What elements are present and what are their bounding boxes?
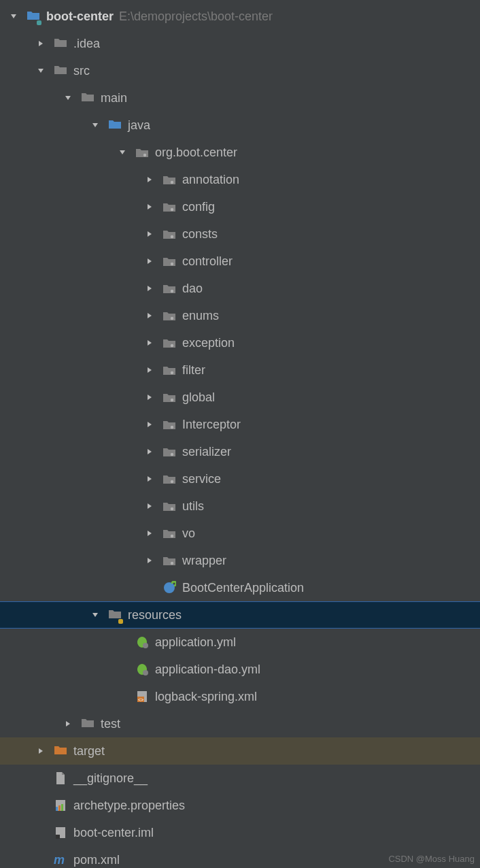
file-icon bbox=[53, 771, 68, 786]
tree-item-label: BootCenterApplication bbox=[182, 581, 304, 595]
tree-row[interactable]: exception bbox=[0, 329, 480, 356]
svg-point-12 bbox=[171, 480, 173, 483]
tree-row[interactable]: Interceptor bbox=[0, 411, 480, 438]
chevron-right-icon[interactable] bbox=[143, 257, 156, 265]
svg-point-10 bbox=[171, 426, 173, 429]
chevron-right-icon[interactable] bbox=[143, 502, 156, 510]
tree-row[interactable]: annotation bbox=[0, 166, 480, 193]
tree-row[interactable]: boot-centerE:\demoprojects\boot-center bbox=[0, 3, 480, 30]
tree-row[interactable]: dao bbox=[0, 275, 480, 302]
maven-icon: m bbox=[53, 852, 68, 867]
tree-item-label: application-dao.yml bbox=[155, 663, 260, 677]
svg-text:<>: <> bbox=[138, 697, 143, 702]
chevron-right-icon[interactable] bbox=[143, 475, 156, 483]
svg-point-9 bbox=[171, 399, 173, 401]
tree-row[interactable]: wrapper bbox=[0, 547, 480, 574]
tree-item-label: config bbox=[182, 200, 215, 214]
tree-row[interactable]: filter bbox=[0, 356, 480, 384]
xml-icon: <> bbox=[135, 689, 150, 704]
chevron-down-icon[interactable] bbox=[88, 121, 102, 129]
package-icon bbox=[135, 145, 150, 160]
chevron-down-icon[interactable] bbox=[88, 611, 102, 619]
chevron-right-icon[interactable] bbox=[143, 230, 156, 238]
tree-row[interactable]: main bbox=[0, 84, 480, 112]
chevron-right-icon[interactable] bbox=[143, 284, 156, 293]
tree-row[interactable]: <>logback-spring.xml bbox=[0, 683, 480, 710]
tree-row[interactable]: controller bbox=[0, 248, 480, 275]
tree-item-label: global bbox=[182, 390, 215, 405]
folder-icon bbox=[53, 63, 68, 78]
tree-item-label: src bbox=[73, 64, 90, 78]
chevron-down-icon[interactable] bbox=[7, 12, 20, 20]
tree-row[interactable]: enums bbox=[0, 302, 480, 329]
tree-row[interactable]: test bbox=[0, 710, 480, 737]
tree-row[interactable]: resources bbox=[0, 601, 480, 629]
tree-row[interactable]: java bbox=[0, 112, 480, 139]
svg-rect-23 bbox=[56, 807, 58, 811]
chevron-down-icon[interactable] bbox=[61, 94, 75, 102]
tree-row[interactable]: utils bbox=[0, 493, 480, 520]
chevron-down-icon[interactable] bbox=[116, 148, 129, 156]
tree-row[interactable]: boot-center.iml bbox=[0, 819, 480, 846]
package-icon bbox=[162, 553, 177, 568]
tree-row[interactable]: config bbox=[0, 193, 480, 220]
chevron-right-icon[interactable] bbox=[34, 39, 48, 48]
chevron-right-icon[interactable] bbox=[143, 176, 156, 184]
tree-item-label: wrapper bbox=[182, 554, 226, 568]
tree-item-label: application.yml bbox=[155, 635, 236, 650]
tree-row[interactable]: org.boot.center bbox=[0, 139, 480, 166]
tree-row[interactable]: serializer bbox=[0, 438, 480, 465]
tree-item-label: consts bbox=[182, 227, 218, 241]
package-icon bbox=[162, 254, 177, 269]
chevron-right-icon[interactable] bbox=[143, 448, 156, 456]
tree-row[interactable]: __gitignore__ bbox=[0, 765, 480, 792]
spring-yml-icon bbox=[135, 635, 150, 650]
chevron-right-icon[interactable] bbox=[143, 529, 156, 537]
svg-rect-25 bbox=[61, 804, 63, 811]
tree-item-label: org.boot.center bbox=[155, 146, 237, 160]
tree-item-label: target bbox=[73, 744, 105, 758]
chevron-right-icon[interactable] bbox=[143, 366, 156, 374]
chevron-right-icon[interactable] bbox=[143, 420, 156, 429]
tree-item-label: filter bbox=[182, 363, 205, 378]
package-icon bbox=[162, 227, 177, 241]
tree-row[interactable]: src bbox=[0, 57, 480, 84]
chevron-right-icon[interactable] bbox=[143, 312, 156, 320]
package-icon bbox=[162, 363, 177, 378]
tree-item-label: boot-center bbox=[46, 10, 114, 24]
package-icon bbox=[162, 444, 177, 459]
chevron-right-icon[interactable] bbox=[61, 720, 75, 728]
svg-point-5 bbox=[171, 290, 173, 293]
tree-row[interactable]: BootCenterApplication bbox=[0, 574, 480, 601]
tree-item-label: boot-center.iml bbox=[73, 826, 154, 840]
tree-item-label: Interceptor bbox=[182, 418, 241, 432]
svg-point-8 bbox=[171, 371, 173, 374]
tree-item-path: E:\demoprojects\boot-center bbox=[119, 10, 273, 24]
tree-row[interactable]: application.yml bbox=[0, 629, 480, 656]
tree-row[interactable]: global bbox=[0, 384, 480, 411]
package-icon bbox=[162, 199, 177, 214]
chevron-right-icon[interactable] bbox=[143, 393, 156, 401]
svg-point-14 bbox=[171, 535, 173, 537]
tree-item-label: serializer bbox=[182, 445, 231, 459]
svg-point-15 bbox=[171, 562, 173, 565]
tree-row[interactable]: target bbox=[0, 737, 480, 765]
tree-row[interactable]: service bbox=[0, 465, 480, 493]
tree-row[interactable]: application-dao.yml bbox=[0, 656, 480, 683]
spring-run-icon bbox=[162, 580, 177, 595]
tree-row[interactable]: .idea bbox=[0, 30, 480, 57]
tree-row[interactable]: vo bbox=[0, 520, 480, 547]
chevron-right-icon[interactable] bbox=[34, 747, 48, 755]
svg-point-11 bbox=[171, 453, 173, 456]
chevron-right-icon[interactable] bbox=[143, 203, 156, 211]
tree-item-label: controller bbox=[182, 254, 233, 269]
tree-row[interactable]: consts bbox=[0, 220, 480, 248]
iml-icon bbox=[53, 825, 68, 840]
package-icon bbox=[162, 335, 177, 350]
chevron-right-icon[interactable] bbox=[143, 556, 156, 565]
tree-row[interactable]: archetype.properties bbox=[0, 792, 480, 819]
project-tree[interactable]: boot-centerE:\demoprojects\boot-center.i… bbox=[0, 0, 480, 868]
svg-rect-24 bbox=[58, 805, 61, 811]
chevron-down-icon[interactable] bbox=[34, 67, 48, 75]
chevron-right-icon[interactable] bbox=[143, 339, 156, 347]
